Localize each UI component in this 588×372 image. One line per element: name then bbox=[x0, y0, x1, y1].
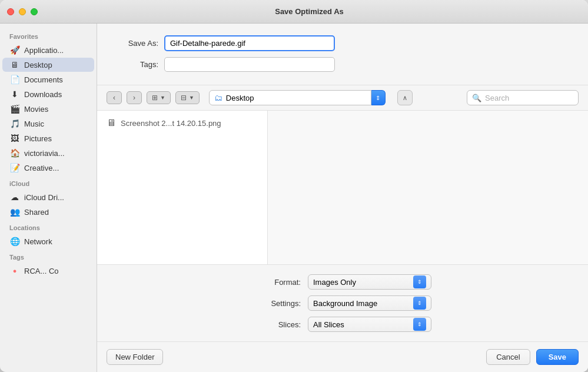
cancel-button[interactable]: Cancel bbox=[486, 349, 530, 365]
sidebar-label-network: Network bbox=[24, 237, 52, 246]
toolbar: ‹ › ⊞ ▼ ⊟ ▼ 🗂 Desktop ⇕ ∧ bbox=[97, 85, 588, 111]
view-grid-button[interactable]: ⊟ ▼ bbox=[175, 91, 200, 104]
sidebar-label-creative: Creative... bbox=[24, 164, 59, 172]
sidebar-item-network[interactable]: 🌐 Network bbox=[2, 234, 94, 248]
downloads-icon: ⬇ bbox=[9, 89, 20, 99]
location-bar: 🗂 Desktop ⇕ bbox=[209, 90, 386, 105]
tags-input[interactable] bbox=[164, 57, 335, 72]
columns-chevron: ▼ bbox=[160, 95, 165, 101]
sidebar-item-desktop[interactable]: 🖥 Desktop bbox=[2, 58, 94, 72]
save-button[interactable]: Save bbox=[536, 349, 579, 365]
slices-dropdown[interactable]: All Slices ⇕ bbox=[308, 317, 431, 332]
window-title: Save Optimized As bbox=[38, 7, 581, 16]
format-label: Format: bbox=[254, 278, 301, 287]
sidebar-label-icloud-drive: iCloud Dri... bbox=[24, 193, 64, 202]
pictures-icon: 🖼 bbox=[9, 133, 20, 144]
movies-icon: 🎬 bbox=[9, 104, 20, 114]
save-as-row: Save As: bbox=[111, 35, 574, 51]
view-columns-button[interactable]: ⊞ ▼ bbox=[147, 91, 171, 104]
file-list: 🖥 Screenshot 2...t 14.20.15.png bbox=[97, 111, 268, 264]
tag-red-icon: ● bbox=[9, 265, 20, 276]
settings-row: Settings: Background Image ⇕ bbox=[111, 295, 574, 311]
format-dropdown[interactable]: Images Only ⇕ bbox=[308, 274, 431, 290]
network-icon: 🌐 bbox=[9, 236, 20, 247]
file-browser: 🖥 Screenshot 2...t 14.20.15.png bbox=[97, 111, 588, 264]
applications-icon: 🚀 bbox=[9, 45, 20, 55]
slices-value: All Slices bbox=[313, 320, 344, 329]
sidebar-item-creative[interactable]: 📝 Creative... bbox=[2, 161, 94, 175]
sidebar-label-tag-red: RCA... Co bbox=[24, 267, 59, 275]
sidebar-item-music[interactable]: 🎵 Music bbox=[2, 117, 94, 131]
traffic-lights bbox=[7, 8, 38, 15]
grid-chevron: ▼ bbox=[189, 95, 194, 101]
search-box: 🔍 bbox=[467, 90, 579, 105]
location-dropdown-button[interactable]: ⇕ bbox=[371, 90, 386, 105]
grid-icon: ⊟ bbox=[181, 94, 187, 102]
sidebar-item-movies[interactable]: 🎬 Movies bbox=[2, 102, 94, 116]
sidebar-section-icloud: iCloud bbox=[0, 175, 97, 190]
sidebar-label-victoriavia: victoriavia... bbox=[24, 149, 65, 158]
sidebar-label-movies: Movies bbox=[24, 105, 48, 114]
tags-row: Tags: bbox=[111, 57, 574, 72]
bottom-bar: New Folder Cancel Save bbox=[97, 341, 588, 372]
back-button[interactable]: ‹ bbox=[107, 91, 122, 104]
close-button[interactable] bbox=[7, 8, 14, 15]
minimize-button[interactable] bbox=[19, 8, 26, 15]
forward-button[interactable]: › bbox=[127, 91, 142, 104]
sidebar-section-tags: Tags bbox=[0, 249, 97, 263]
file-screenshot-icon: 🖥 bbox=[107, 118, 116, 128]
sidebar-label-shared: Shared bbox=[24, 208, 49, 217]
slices-row: Slices: All Slices ⇕ bbox=[111, 317, 574, 332]
sidebar-section-favorites: Favorites bbox=[0, 28, 97, 42]
slices-arrows-icon: ⇕ bbox=[413, 318, 426, 331]
file-screenshot-name: Screenshot 2...t 14.20.15.png bbox=[121, 119, 221, 128]
sidebar: Favorites 🚀 Applicatio... 🖥 Desktop 📄 Do… bbox=[0, 24, 97, 372]
file-item[interactable]: 🖥 Screenshot 2...t 14.20.15.png bbox=[97, 115, 267, 131]
sidebar-label-music: Music bbox=[24, 119, 44, 128]
format-row: Format: Images Only ⇕ bbox=[111, 274, 574, 290]
slices-label: Slices: bbox=[254, 320, 301, 329]
sidebar-label-desktop: Desktop bbox=[24, 61, 52, 69]
settings-label: Settings: bbox=[254, 299, 301, 308]
search-input[interactable] bbox=[485, 94, 573, 102]
sidebar-item-pictures[interactable]: 🖼 Pictures bbox=[2, 131, 94, 145]
location-folder-icon: 🗂 bbox=[214, 93, 222, 102]
creative-icon: 📝 bbox=[9, 162, 20, 173]
icloud-icon: ☁ bbox=[9, 192, 20, 202]
sidebar-item-applications[interactable]: 🚀 Applicatio... bbox=[2, 43, 94, 57]
sidebar-section-locations: Locations bbox=[0, 220, 97, 234]
sidebar-item-victoriavia[interactable]: 🏠 victoriavia... bbox=[2, 146, 94, 160]
file-preview bbox=[268, 111, 588, 264]
tags-label: Tags: bbox=[111, 60, 158, 69]
home-icon: 🏠 bbox=[9, 148, 20, 158]
settings-value: Background Image bbox=[313, 299, 377, 308]
settings-arrows-icon: ⇕ bbox=[413, 297, 426, 310]
sidebar-item-shared[interactable]: 👥 Shared bbox=[2, 205, 94, 219]
shared-icon: 👥 bbox=[9, 207, 20, 217]
location-label: Desktop bbox=[226, 94, 254, 102]
titlebar: Save Optimized As bbox=[0, 0, 588, 24]
sidebar-item-downloads[interactable]: ⬇ Downloads bbox=[2, 87, 94, 101]
location-selector[interactable]: 🗂 Desktop bbox=[209, 90, 371, 105]
settings-dropdown[interactable]: Background Image ⇕ bbox=[308, 295, 431, 311]
sidebar-label-downloads: Downloads bbox=[24, 90, 62, 99]
music-icon: 🎵 bbox=[9, 118, 20, 129]
sidebar-item-tag-red[interactable]: ● RCA... Co bbox=[2, 264, 94, 278]
maximize-button[interactable] bbox=[31, 8, 38, 15]
format-value: Images Only bbox=[313, 278, 356, 287]
new-folder-button[interactable]: New Folder bbox=[107, 349, 163, 365]
sidebar-label-applications: Applicatio... bbox=[24, 46, 64, 55]
sidebar-item-icloud-drive[interactable]: ☁ iCloud Dri... bbox=[2, 190, 94, 204]
main-content: Favorites 🚀 Applicatio... 🖥 Desktop 📄 Do… bbox=[0, 24, 588, 372]
expand-button[interactable]: ∧ bbox=[397, 90, 413, 105]
save-as-label: Save As: bbox=[111, 39, 158, 48]
desktop-icon: 🖥 bbox=[9, 59, 20, 70]
save-as-input[interactable] bbox=[164, 35, 335, 51]
bottom-options: Format: Images Only ⇕ Settings: Backgrou… bbox=[97, 264, 588, 341]
sidebar-label-pictures: Pictures bbox=[24, 134, 52, 143]
sidebar-item-documents[interactable]: 📄 Documents bbox=[2, 72, 94, 87]
sidebar-label-documents: Documents bbox=[24, 75, 63, 84]
form-area: Save As: Tags: bbox=[97, 24, 588, 85]
right-panel: Save As: Tags: ‹ › ⊞ ▼ ⊟ ▼ bbox=[97, 24, 588, 372]
format-arrows-icon: ⇕ bbox=[413, 275, 426, 288]
